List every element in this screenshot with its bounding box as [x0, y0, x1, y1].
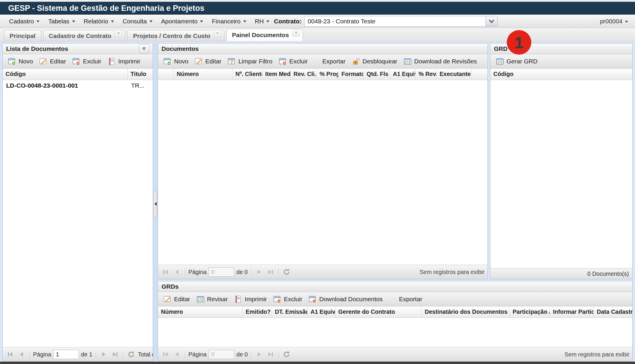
exportar-button[interactable]: Exportar: [396, 294, 425, 304]
download-de-revisoes-button[interactable]: Download de Revisões: [400, 56, 480, 67]
last-page-icon: [111, 351, 119, 358]
column-header-participacao[interactable]: Participação Apl: [510, 306, 550, 318]
last-page-button[interactable]: [266, 350, 275, 359]
grid-table-icon: [197, 295, 204, 303]
excluir-button[interactable]: Excluir: [276, 56, 311, 67]
print-report-icon: [234, 295, 242, 303]
exportar-label: Exportar: [322, 58, 346, 65]
column-header-codigo[interactable]: Código: [3, 69, 128, 80]
excluir-button[interactable]: Excluir: [69, 56, 105, 67]
download-documentos-label: Download Documentos: [319, 296, 383, 303]
column-header-rev-cli[interactable]: Rev. Cli.: [291, 69, 317, 80]
close-icon[interactable]: ×: [214, 30, 221, 37]
prev-page-button[interactable]: [172, 350, 182, 359]
edit-pencil-icon: [164, 295, 171, 303]
next-page-button[interactable]: [254, 267, 264, 277]
menu-financeiro[interactable]: Financeiro: [207, 15, 250, 28]
download-documentos-button[interactable]: Download Documentos: [306, 294, 386, 305]
column-header-numero[interactable]: Número: [158, 306, 243, 318]
row-titulo: TR...: [128, 80, 153, 91]
last-page-icon: [267, 351, 274, 358]
contract-combo-wrap: Contrato: 0048-23 - Contrato Teste: [274, 16, 498, 27]
gerar-grd-label: Gerar GRD: [506, 58, 537, 65]
main-menubar: Cadastro Tabelas Relatório Consulta Apon…: [0, 15, 635, 28]
menu-rh[interactable]: RH: [251, 15, 274, 28]
column-header-destinatario[interactable]: Destinatário dos Documentos: [422, 306, 510, 318]
editar-button[interactable]: Editar: [36, 56, 69, 67]
desbloquear-button[interactable]: Desbloquear: [349, 56, 400, 67]
first-page-button[interactable]: [161, 350, 170, 359]
close-icon[interactable]: ×: [292, 29, 300, 37]
editar-button[interactable]: Editar: [192, 56, 225, 67]
documentos-title: Documentos: [162, 45, 199, 52]
column-header-data-cadastro[interactable]: Data Cadastro: [594, 306, 632, 318]
tab-cadastro-de-contrato[interactable]: Cadastro de Contrato ×: [43, 30, 126, 41]
collapse-left-icon[interactable]: «: [139, 44, 149, 53]
next-page-button[interactable]: [99, 350, 108, 359]
column-header-executante[interactable]: Executante: [437, 69, 472, 80]
tab-painel-documentos[interactable]: Painel Documentos ×: [226, 29, 303, 41]
tab-projetos-centro-de-custo[interactable]: Projetos / Centro de Custo ×: [127, 30, 224, 41]
menu-consulta[interactable]: Consulta: [118, 15, 157, 28]
desbloquear-label: Desbloquear: [362, 58, 397, 65]
table-row[interactable]: LD-CO-0048-23-0001-001 TR...: [3, 80, 153, 91]
imprimir-button[interactable]: Imprimir: [105, 56, 144, 67]
editar-button[interactable]: Editar: [160, 294, 193, 305]
excluir-button[interactable]: Excluir: [270, 294, 306, 305]
column-header-prog[interactable]: % Prog: [317, 69, 339, 80]
last-page-button[interactable]: [110, 350, 120, 359]
separator: [30, 351, 30, 358]
column-header-dt-emissao[interactable]: DT. Emissão: [272, 306, 308, 318]
next-page-icon: [255, 268, 263, 276]
panel-splitter[interactable]: [153, 43, 158, 362]
exportar-button[interactable]: Exportar: [319, 56, 349, 66]
prev-page-button[interactable]: [172, 267, 182, 277]
menu-tabelas[interactable]: Tabelas: [44, 15, 79, 28]
page-number-input[interactable]: [53, 350, 79, 359]
grds-grid-body: [158, 318, 632, 347]
first-page-button[interactable]: [6, 350, 15, 359]
next-page-button[interactable]: [254, 350, 264, 359]
menu-relatorio[interactable]: Relatório: [79, 15, 118, 28]
imprimir-button[interactable]: Imprimir: [231, 294, 270, 305]
column-header-informar-participacao[interactable]: Informar Partici: [550, 306, 594, 318]
novo-button[interactable]: Novo: [160, 56, 192, 67]
column-header-no-cliente[interactable]: Nº. Cliente: [233, 69, 262, 80]
menu-cadastro[interactable]: Cadastro: [5, 15, 44, 28]
close-icon[interactable]: ×: [115, 30, 122, 37]
last-page-button[interactable]: [266, 267, 275, 277]
tab-principal-label: Principal: [10, 32, 36, 39]
column-header-codigo[interactable]: Código: [490, 69, 632, 80]
first-page-button[interactable]: [161, 267, 170, 277]
revisar-button[interactable]: Revisar: [193, 294, 231, 305]
refresh-button[interactable]: [282, 267, 291, 277]
column-header-qtd-fls[interactable]: Qtd. Fls: [364, 69, 390, 80]
refresh-button[interactable]: [126, 350, 136, 359]
first-page-icon: [162, 268, 169, 276]
column-header-emitido[interactable]: Emitido?: [243, 306, 272, 318]
contract-combobox[interactable]: 0048-23 - Contrato Teste: [304, 16, 498, 27]
limpar-filtro-button[interactable]: Limpar Filtro: [225, 56, 276, 67]
column-header-titulo[interactable]: Titulo: [128, 69, 153, 80]
splitter-collapse-handle[interactable]: [154, 191, 157, 217]
column-header-item-medicao[interactable]: Item Medi: [262, 69, 291, 80]
contract-combobox-trigger[interactable]: [485, 16, 497, 26]
page-number-input[interactable]: [209, 267, 234, 277]
column-header-a1-equiv[interactable]: A1 Equiv.: [390, 69, 416, 80]
page-number-input[interactable]: [209, 350, 234, 359]
tab-principal[interactable]: Principal: [4, 30, 41, 41]
menu-apontamento[interactable]: Apontamento: [157, 15, 208, 28]
gerar-grd-button[interactable]: Gerar GRD: [493, 56, 541, 67]
column-header-a1-equiv[interactable]: A1 Equiv.: [308, 306, 335, 318]
page-of-label: de 0: [236, 351, 248, 358]
user-menu[interactable]: pr00004: [600, 15, 628, 28]
grd-toolbar: Gerar GRD: [490, 54, 632, 69]
paging-status-text: Sem registros para exibir: [416, 269, 485, 275]
column-header-numero[interactable]: Número: [174, 69, 233, 80]
prev-page-button[interactable]: [17, 350, 26, 359]
column-header-formato[interactable]: Formato: [339, 69, 364, 80]
column-header-gerente-contrato[interactable]: Gerente do Contrato: [335, 306, 422, 318]
novo-button[interactable]: Novo: [5, 56, 36, 67]
column-header-rev[interactable]: % Rev.: [416, 69, 437, 80]
refresh-button[interactable]: [282, 350, 291, 359]
